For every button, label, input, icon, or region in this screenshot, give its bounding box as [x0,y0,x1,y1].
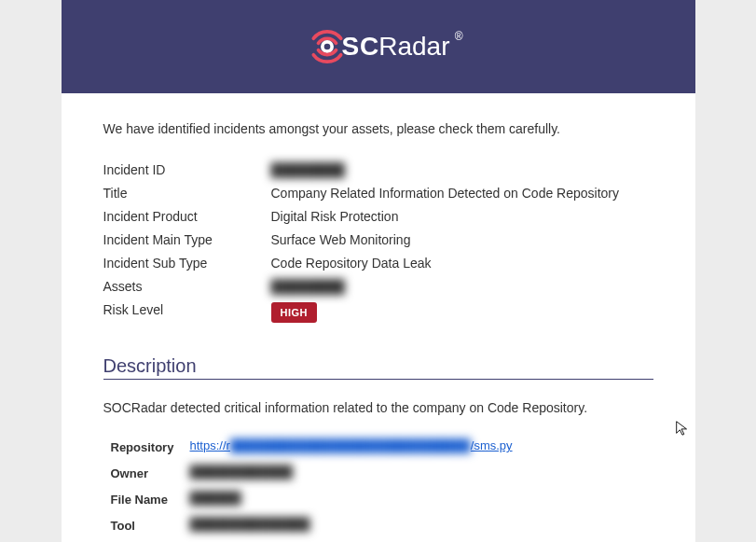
table-row: Incident Sub Type Code Repository Data L… [103,256,653,271]
report-container: SOCRadar ® We have identified incidents … [62,0,695,542]
table-row: Assets ████████ [103,279,653,294]
incident-product-value: Digital Risk Protection [271,209,653,224]
table-row: Incident Product Digital Risk Protection [103,209,653,224]
logo-prefix: S [342,32,360,61]
repo-url-suffix: /sms.py [471,438,513,452]
incident-title-label: Title [103,186,271,201]
filename-label: File Name [111,491,190,507]
table-row: Owner ████████████ [111,465,653,480]
incident-main-type-label: Incident Main Type [103,232,271,247]
repo-url-prefix: https://r [190,438,230,452]
incident-risk-label: Risk Level [103,302,271,317]
owner-label: Owner [111,465,190,480]
description-text: SOCRadar detected critical information r… [103,400,653,415]
logo: SOCRadar ® [307,26,450,67]
tool-value: ██████████████ [190,517,653,531]
risk-badge: HIGH [271,302,318,323]
repository-label: Repository [111,438,190,454]
incident-risk-value: HIGH [271,302,653,323]
table-row: File Name ██████ [111,491,653,507]
description-heading: Description [103,355,653,377]
section-divider [103,379,653,380]
filename-value: ██████ [190,491,653,505]
table-row: Risk Level HIGH [103,302,653,323]
table-row: Repository https://r████████████████████… [111,438,653,454]
logo-middle: C [360,32,378,61]
table-row: Incident ID ████████ [103,162,653,177]
incident-sub-type-value: Code Repository Data Leak [271,256,653,271]
repository-value: https://r████████████████████████████/sm… [190,438,653,452]
incident-product-label: Incident Product [103,209,271,224]
incident-id-label: Incident ID [103,162,271,177]
logo-suffix: Radar [378,32,449,61]
incident-main-type-value: Surface Web Monitoring [271,232,653,247]
repository-link[interactable]: https://r████████████████████████████/sm… [190,438,513,452]
incident-table: Incident ID ████████ Title Company Relat… [103,162,653,323]
owner-value: ████████████ [190,465,653,479]
incident-id-value: ████████ [271,162,653,177]
tool-label: Tool [111,517,190,533]
incident-assets-label: Assets [103,279,271,294]
incident-title-value: Company Related Information Detected on … [271,186,653,201]
intro-text: We have identified incidents amongst you… [103,121,653,136]
svg-point-0 [322,42,331,51]
table-row: Title Company Related Information Detect… [103,186,653,201]
repo-url-mid: ████████████████████████████ [230,438,471,452]
table-row: Incident Main Type Surface Web Monitorin… [103,232,653,247]
table-row: Tool ██████████████ [111,517,653,533]
content-area: We have identified incidents amongst you… [62,93,695,542]
header-banner: SOCRadar ® [62,0,695,93]
registered-mark: ® [455,30,463,43]
logo-text: SOCRadar ® [342,32,450,62]
incident-assets-value: ████████ [271,279,653,294]
incident-sub-type-label: Incident Sub Type [103,256,271,271]
detail-table: Repository https://r████████████████████… [111,438,653,542]
